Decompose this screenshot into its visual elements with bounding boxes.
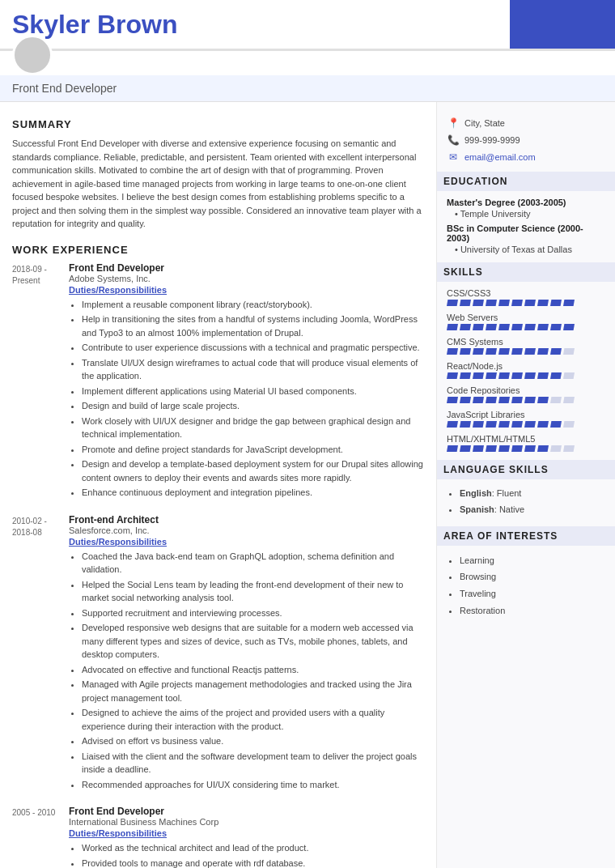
- skill-segment: [550, 324, 562, 330]
- skill-segment: [511, 324, 523, 330]
- skill-item: CMS Systems: [447, 337, 605, 355]
- skill-name: JavaScript Libraries: [447, 410, 605, 419]
- duties-label: Duties/Responsibilities: [69, 828, 424, 838]
- skill-segment: [550, 445, 562, 452]
- work-experience-section: WORK EXPERIENCE 2018-09 - PresentFront E…: [12, 244, 424, 869]
- skill-item: CSS/CSS3: [447, 288, 605, 306]
- skill-item: React/Node.js: [447, 361, 605, 379]
- job-date: 2018-09 - Present: [12, 262, 69, 501]
- job-title-text: Front-end Architect: [69, 514, 424, 525]
- education-list: Master's Degree (2003-2005)Temple Univer…: [447, 198, 605, 254]
- job-bullets: Implement a reusable component library (…: [69, 298, 424, 500]
- job-bullet: Work closely with UI/UX designer and bri…: [82, 415, 424, 441]
- job-company: Salesforce.com, Inc.: [69, 525, 424, 535]
- skill-segment: [486, 324, 497, 330]
- skill-segment: [460, 372, 471, 379]
- job-bullet: Provided tools to manage and operate wit…: [82, 857, 424, 869]
- skill-name: React/Node.js: [447, 361, 605, 371]
- skill-segment: [550, 372, 562, 379]
- skill-segment: [563, 397, 575, 403]
- skill-segment: [563, 421, 575, 428]
- skill-segment: [511, 300, 523, 306]
- right-column: 📍 City, State 📞 999-999-9999 ✉ email@ema…: [437, 102, 615, 868]
- skill-segment: [511, 421, 523, 428]
- skill-bar: [447, 397, 605, 403]
- language-item: English: Fluent: [460, 486, 605, 502]
- job-date: 2010-02 - 2018-08: [12, 514, 69, 794]
- duties-label: Duties/Responsibilities: [69, 537, 424, 547]
- skill-segment: [511, 445, 523, 452]
- skill-name: CMS Systems: [447, 337, 605, 347]
- job-date: 2005 - 2010: [12, 806, 69, 868]
- contact-section: 📍 City, State 📞 999-999-9999 ✉ email@ema…: [447, 117, 605, 164]
- job-bullet: Translate UI/UX design wireframes to act…: [82, 356, 424, 383]
- edu-school: Temple University: [447, 209, 605, 219]
- interests-section: AREA OF INTERESTS LearningBrowsingTravel…: [447, 526, 605, 620]
- skill-segment: [447, 348, 458, 355]
- skill-segment: [460, 300, 471, 306]
- job-bullet: Design and build of large scale projects…: [82, 399, 424, 413]
- left-column: SUMMARY Successful Front End Developer w…: [0, 102, 437, 868]
- skill-item: HTML/XHTML/HTML5: [447, 434, 605, 452]
- language-item: Spanish: Native: [460, 502, 605, 518]
- job-bullet: Developed responsive web designs that ar…: [82, 621, 424, 662]
- job-bullet: Implement different applications using M…: [82, 385, 424, 398]
- job-bullet: Advocated on effective and functional Re…: [82, 663, 424, 677]
- job-company: International Business Machines Corp: [69, 817, 424, 827]
- job-bullet: Liaised with the client and the software…: [82, 750, 424, 777]
- location-icon: 📍: [447, 117, 460, 130]
- summary-text: Successful Front End Developer with dive…: [12, 137, 424, 231]
- interest-item: Restoration: [460, 602, 605, 619]
- skill-segment: [524, 421, 536, 428]
- skill-segment: [447, 300, 458, 306]
- skill-segment: [460, 421, 471, 428]
- skill-item: Code Repositories: [447, 385, 605, 403]
- skill-segment: [563, 372, 575, 379]
- skill-segment: [537, 372, 549, 379]
- job-bullet: Helped the Social Lens team by leading t…: [82, 578, 424, 605]
- skill-segment: [550, 348, 562, 355]
- language-section: LANGUAGE SKILLS English: FluentSpanish: …: [447, 460, 605, 518]
- skill-bar: [447, 324, 605, 330]
- job-details: Front-end ArchitectSalesforce.com, Inc.D…: [69, 514, 424, 794]
- skill-segment: [486, 372, 497, 379]
- interests-list: LearningBrowsingTravelingRestoration: [447, 552, 605, 620]
- job-details: Front End DeveloperInternational Busines…: [69, 806, 424, 868]
- job-title: Front End Developer: [12, 82, 117, 95]
- skill-segment: [486, 300, 497, 306]
- skill-bar: [447, 421, 605, 428]
- skill-segment: [524, 372, 536, 379]
- work-experience-title: WORK EXPERIENCE: [12, 244, 424, 256]
- job-bullet: Supported recruitment and interviewing p…: [82, 606, 424, 620]
- header-accent-block: [510, 0, 615, 49]
- interest-item: Learning: [460, 552, 605, 569]
- main-content: SUMMARY Successful Front End Developer w…: [0, 102, 615, 868]
- skill-segment: [537, 300, 549, 306]
- job-bullet: Help in transitioning the sites from a h…: [82, 313, 424, 339]
- skill-name: Code Repositories: [447, 385, 605, 395]
- skill-segment: [460, 397, 471, 403]
- skill-segment: [498, 348, 510, 355]
- skill-bar: [447, 348, 605, 355]
- job-bullet: Enhance continuous deployment and integr…: [82, 486, 424, 500]
- skill-segment: [550, 397, 562, 403]
- skill-segment: [460, 348, 471, 355]
- phone-icon: 📞: [447, 134, 460, 147]
- job-bullet: Worked as the technical architect and le…: [82, 841, 424, 855]
- skills-title: SKILLS: [437, 262, 615, 282]
- skill-segment: [498, 324, 510, 330]
- summary-title: SUMMARY: [12, 118, 424, 130]
- skill-segment: [550, 421, 562, 428]
- skill-segment: [563, 445, 575, 452]
- job-title-bar: Front End Developer: [0, 75, 615, 102]
- job-bullet: Advised on effort vs business value.: [82, 734, 424, 748]
- skill-bar: [447, 300, 605, 306]
- edu-degree: BSc in Computer Science (2000-2003): [447, 223, 605, 243]
- job-entry: 2018-09 - PresentFront End DeveloperAdob…: [12, 262, 424, 501]
- skill-segment: [511, 372, 523, 379]
- contact-phone: 📞 999-999-9999: [447, 134, 605, 147]
- skill-segment: [473, 372, 484, 379]
- skill-segment: [537, 445, 549, 452]
- job-bullet: Design and develop a template-based depl…: [82, 457, 424, 484]
- job-bullets: Coached the Java back-end team on GraphQ…: [69, 550, 424, 792]
